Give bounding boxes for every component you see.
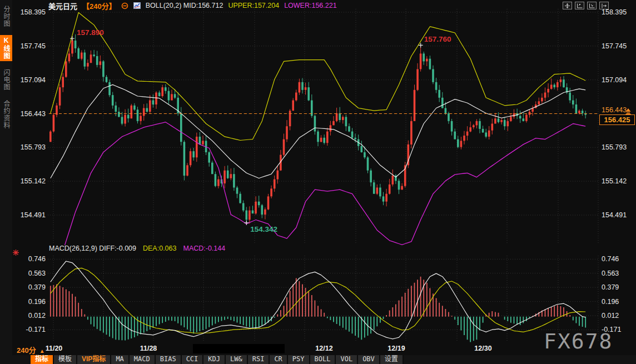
collapse-indicator-icon[interactable]	[121, 2, 128, 9]
app-window: 157.890157.760154.342 分时图K线图闪电图合约资料 美元日元…	[0, 0, 636, 364]
price-tick-right: 157.745	[602, 42, 635, 50]
toolbar-tab-VIP指标[interactable]: VIP指标	[77, 355, 111, 364]
sidebar-item-闪电图[interactable]: 闪电图	[0, 67, 12, 92]
macd-dea-label: DEA:0.063	[143, 245, 176, 252]
toolbar-tab-PSY[interactable]: PSY	[288, 355, 310, 364]
toolbar-tab-BOLL[interactable]: BOLL	[310, 355, 336, 364]
price-tick-left: 158.395	[13, 8, 46, 16]
date-label: 12/30	[474, 345, 491, 352]
toolbar-tab-指标[interactable]: 指标	[31, 355, 54, 364]
toolbar-tab-RSI[interactable]: RSI	[248, 355, 270, 364]
price-tick-right: 154.491	[602, 211, 635, 219]
price-tick-right: 158.395	[602, 8, 635, 16]
macd-tick-left: 0.563	[13, 270, 46, 277]
boll-mid-label: BOLL(20,2) MID:156.712	[146, 2, 223, 9]
symbol-title: 美元日元	[48, 1, 77, 11]
toolbar-tab-CCI[interactable]: CCI	[182, 355, 204, 364]
sidebar-item-合约资料[interactable]: 合约资料	[0, 98, 12, 131]
sidebar-item-分时图[interactable]: 分时图	[0, 4, 12, 29]
macd-hist-label: MACD:-0.144	[183, 245, 225, 252]
macd-diff-label: MACD(26,12,9) DIFF:-0.009	[49, 245, 136, 252]
price-tick-left: 155.793	[13, 143, 46, 151]
chart-type-icon[interactable]	[133, 2, 141, 9]
chart-header: 美元日元 【240分】 BOLL(20,2) MID:156.712 UPPER…	[48, 1, 337, 10]
crosshair-icon[interactable]	[563, 2, 572, 9]
indicator-toolbar: 指标模板VIP指标MAMACDBIASCCIKDJLW&RSICRPSYBOLL…	[0, 355, 636, 364]
price-tick-left: 157.745	[13, 42, 46, 50]
macd-tick-right: 0.196	[602, 298, 635, 306]
boll-upper-label: UPPER:157.204	[228, 2, 279, 9]
boll-lower-label: LOWER:156.221	[284, 2, 337, 9]
macd-tick-right: 0.563	[602, 270, 635, 277]
toolbar-tab-KDJ[interactable]: KDJ	[203, 355, 226, 364]
axis-zoom-in-icon[interactable]	[575, 2, 584, 9]
toolbar-tab-LW&[interactable]: LW&	[226, 355, 248, 364]
date-label: 12/19	[387, 345, 405, 352]
interval-dropdown[interactable]: 240分▲	[17, 345, 45, 355]
price-tick-right: 155.793	[602, 143, 635, 151]
chevron-up-icon: ▲	[39, 348, 45, 354]
price-tick-left: 155.142	[13, 177, 46, 185]
toolbar-tab-MA[interactable]: MA	[111, 355, 129, 364]
toolbar-tab-设置[interactable]: 设置	[380, 355, 404, 364]
svg-text:157.760: 157.760	[424, 35, 451, 43]
macd-header: MACD(26,12,9) DIFF:-0.009 DEA:0.063 MACD…	[49, 245, 225, 252]
date-label: 11/28	[140, 345, 157, 352]
macd-tick-left: -0.171	[13, 326, 46, 333]
toolbar-tab-模板[interactable]: 模板	[54, 355, 77, 364]
macd-tick-right: 0.012	[602, 312, 635, 320]
interval-label: 【240分】	[82, 1, 116, 11]
alert-price-label: 156.443	[602, 106, 627, 114]
price-tick-right: 155.142	[602, 177, 635, 185]
price-tick-left: 157.094	[13, 76, 46, 84]
macd-tick-left: 0.196	[13, 298, 46, 306]
macd-tick-left: 0.746	[13, 255, 46, 263]
toolbar-tab-BIAS[interactable]: BIAS	[156, 355, 182, 364]
current-price-box: 156.425	[599, 114, 635, 125]
svg-text:154.342: 154.342	[250, 225, 277, 233]
date-label: 12/12	[315, 345, 332, 352]
price-tick-left: 156.443	[13, 110, 46, 118]
blackout-rect	[193, 344, 285, 353]
macd-tick-right: 0.746	[602, 255, 635, 263]
macd-tick-left: 0.012	[13, 312, 46, 320]
toolbar-tab-VOL[interactable]: VOL	[336, 355, 358, 364]
svg-text:157.890: 157.890	[77, 28, 104, 37]
sidebar: 分时图K线图闪电图合约资料	[0, 0, 12, 355]
axis-zoom-out-icon[interactable]	[587, 2, 597, 9]
price-tick-right: 157.094	[602, 76, 635, 84]
toolbar-tab-CR[interactable]: CR	[270, 355, 287, 364]
interval-text: 240分	[17, 346, 36, 355]
toolbar-tab-MACD[interactable]: MACD	[130, 355, 156, 364]
macd-tick-left: 0.379	[13, 283, 46, 291]
watermark: FX678	[544, 329, 613, 353]
date-label: 11/20	[46, 345, 63, 352]
sidebar-item-K线图[interactable]: K线图	[0, 35, 12, 61]
price-tick-left: 154.491	[13, 211, 46, 219]
toolbar-tab-OBV[interactable]: OBV	[358, 355, 380, 364]
macd-tick-right: 0.379	[602, 283, 635, 291]
chart-canvas[interactable]: 157.890157.760154.342	[0, 0, 636, 364]
